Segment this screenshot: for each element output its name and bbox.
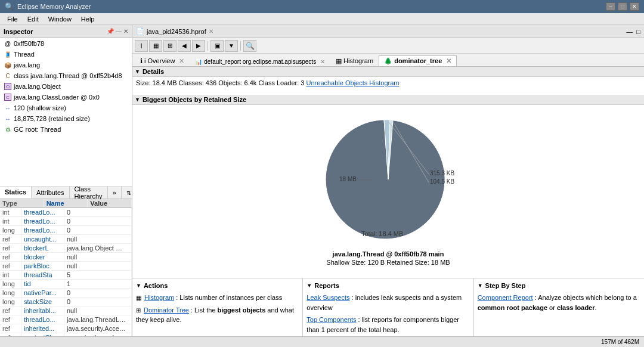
menu-help[interactable]: Help	[76, 14, 100, 24]
close-btn[interactable]: ✕	[630, 2, 639, 11]
toolbar-forward-btn[interactable]: ▶	[192, 40, 205, 52]
biggest-arrow: ▼	[135, 97, 140, 103]
toolbar-histogram-btn[interactable]: ▦	[149, 40, 162, 52]
leak-suspects-link[interactable]: Leak Suspects	[306, 294, 349, 301]
cell-value: 0	[64, 298, 132, 306]
table-row[interactable]: long stackSize 0	[0, 298, 132, 306]
menu-file[interactable]: File	[2, 14, 23, 24]
tab-attributes[interactable]: Attributes	[32, 187, 69, 199]
maximize-btn[interactable]: □	[618, 2, 627, 11]
component-report-link[interactable]: Component Report	[478, 294, 533, 301]
fields-table-header: Type Name Value	[0, 199, 132, 208]
minimize-btn[interactable]: –	[606, 2, 615, 11]
table-row[interactable]: ref inherited... java.security.AccessC	[0, 324, 132, 333]
table-row[interactable]: ref blocker null	[0, 253, 132, 262]
cell-type: ref	[0, 235, 21, 243]
tree-item-address[interactable]: @ 0xff50fb78	[0, 38, 132, 49]
table-row[interactable]: int threadSta 5	[0, 271, 132, 280]
tree-item-java-object[interactable]: O java.lang.Object	[0, 81, 132, 92]
cell-type: long	[0, 289, 21, 297]
app-icon: 🔍	[5, 2, 14, 11]
toolbar-dropdown-btn[interactable]: ▼	[225, 40, 238, 52]
action-domtree-item: ⊞ Dominator Tree : List the biggest obje…	[136, 305, 299, 325]
step-title: Step By Step	[485, 282, 526, 289]
overview-close[interactable]: ✕	[179, 57, 184, 64]
reports-header: ▼ Reports	[306, 282, 469, 289]
table-row[interactable]: ref uncaught... null	[0, 235, 132, 244]
retained-icon: ↔	[4, 114, 12, 123]
domtree-close[interactable]: ✕	[446, 57, 451, 64]
cell-name: threadLo...	[21, 217, 64, 225]
right-maximize-icon[interactable]: □	[636, 28, 640, 35]
biggest-objects-section: ▼ Biggest Objects by Retained Size	[132, 95, 644, 272]
table-row[interactable]: ref blockerL java.lang.Object @ 0:	[0, 244, 132, 253]
window-controls[interactable]: – □ ✕	[606, 2, 639, 11]
pie-chart: 18 MB 315.3 KB 104.5 KB Total: 18.4 MB	[293, 111, 484, 248]
menu-edit[interactable]: Edit	[23, 14, 44, 24]
histogram-link[interactable]: Histogram	[144, 294, 174, 301]
main-container: Inspector 📌 — ✕ @ 0xff50fb78 🧵 Thread 📦 …	[0, 25, 644, 347]
domtree-icon: 🌲	[384, 57, 392, 64]
thread-icon: 🧵	[4, 50, 12, 58]
toolbar-domtree-btn[interactable]: ⊞	[163, 40, 177, 52]
package-icon: 📦	[4, 61, 12, 69]
unreachable-objects-link[interactable]: Unreachable Objects Histogram	[306, 79, 400, 86]
tab-class-hierarchy[interactable]: Class Hierarchy	[70, 187, 108, 199]
cell-value: null	[64, 235, 132, 243]
tab-default-report[interactable]: 📊 default_report org.eclipse.mat.apisusp…	[190, 57, 330, 66]
inspector-minimize-icon[interactable]: —	[116, 28, 122, 35]
tab-overview[interactable]: ℹ i Overview ✕	[135, 55, 190, 66]
cell-type: ref	[0, 253, 21, 261]
table-row[interactable]: ref parkBloc null	[0, 262, 132, 271]
cell-type: ref	[0, 306, 21, 315]
table-row[interactable]: ref threadLo... java.lang.ThreadLoca	[0, 315, 132, 324]
toolbar-search-btn[interactable]: 🔍	[243, 40, 256, 52]
toolbar-back-btn[interactable]: ◀	[178, 40, 191, 52]
tab-statics[interactable]: Statics	[0, 187, 32, 199]
tree-item-gc-root[interactable]: ⚙ GC root: Thread	[0, 124, 132, 135]
object-label: java.lang.Thread @ 0xff50fb78 main	[333, 250, 444, 258]
top-components-link[interactable]: Top Components	[306, 316, 356, 323]
table-row[interactable]: ref inheritabl... null	[0, 306, 132, 315]
tab-more[interactable]: »	[108, 187, 122, 199]
col-type: Type	[0, 199, 44, 207]
tree-item-java-lang[interactable]: 📦 java.lang	[0, 60, 132, 70]
tree-item-classloader[interactable]: C java.lang.ClassLoader @ 0x0	[0, 92, 132, 103]
cell-type: long	[0, 298, 21, 306]
col-value: Value	[88, 199, 132, 207]
reports-content: Leak Suspects : includes leak suspects a…	[306, 293, 469, 334]
table-row[interactable]: int threadLo... 0	[0, 208, 132, 217]
cell-type: ref	[0, 262, 21, 270]
details-section-header[interactable]: ▼ Details	[132, 67, 644, 77]
inspector-pin-icon[interactable]: 📌	[107, 28, 114, 35]
app-title: Eclipse Memory Analyzer	[17, 3, 91, 10]
table-row[interactable]: long threadLo... 0	[0, 226, 132, 235]
biggest-objects-title: Biggest Objects by Retained Size	[143, 96, 246, 103]
inspector-close-icon[interactable]: ✕	[123, 28, 128, 35]
table-row[interactable]: long tid 1	[0, 280, 132, 289]
cell-name: threadLo...	[21, 208, 64, 216]
file-tab-label[interactable]: java_pid24536.hprof	[147, 28, 206, 35]
toolbar-query-btn[interactable]: ▣	[210, 40, 224, 52]
fields-rows-container: int threadLo... 0 int threadLo... 0 long…	[0, 208, 132, 347]
cell-name: blocker	[21, 253, 64, 261]
tree-item-thread[interactable]: 🧵 Thread	[0, 49, 132, 60]
right-minimize-icon[interactable]: —	[626, 28, 633, 35]
step-content: Component Report : Analyze objects which…	[478, 293, 640, 312]
menu-window[interactable]: Window	[44, 14, 76, 24]
report-close[interactable]: ✕	[320, 58, 325, 65]
tab-histogram[interactable]: ▦ Histogram	[330, 55, 379, 66]
loader-icon: C	[4, 93, 12, 101]
tree-item-retained-size[interactable]: ↔ 18,875,728 (retained size)	[0, 113, 132, 124]
file-tab-close[interactable]: ✕	[209, 28, 213, 35]
tree-item-shallow-size[interactable]: ↔ 120 (shallow size)	[0, 103, 132, 113]
table-row[interactable]: long nativePar... 0	[0, 289, 132, 298]
tree-item-class-thread[interactable]: C class java.lang.Thread @ 0xff52b4d8	[0, 70, 132, 81]
pie-chart-area: 18 MB 315.3 KB 104.5 KB Total: 18.4 MB	[132, 105, 644, 272]
tab-dominator-tree[interactable]: 🌲 dominator_tree ✕	[379, 55, 457, 66]
toolbar-info-btn[interactable]: i	[135, 40, 148, 52]
table-row[interactable]: int threadLo... 0	[0, 217, 132, 226]
domtree-link[interactable]: Dominator Tree	[144, 306, 189, 314]
analysis-tabs: ℹ i Overview ✕ 📊 default_report org.ecli…	[132, 54, 644, 67]
biggest-objects-header[interactable]: ▼ Biggest Objects by Retained Size	[132, 95, 644, 105]
